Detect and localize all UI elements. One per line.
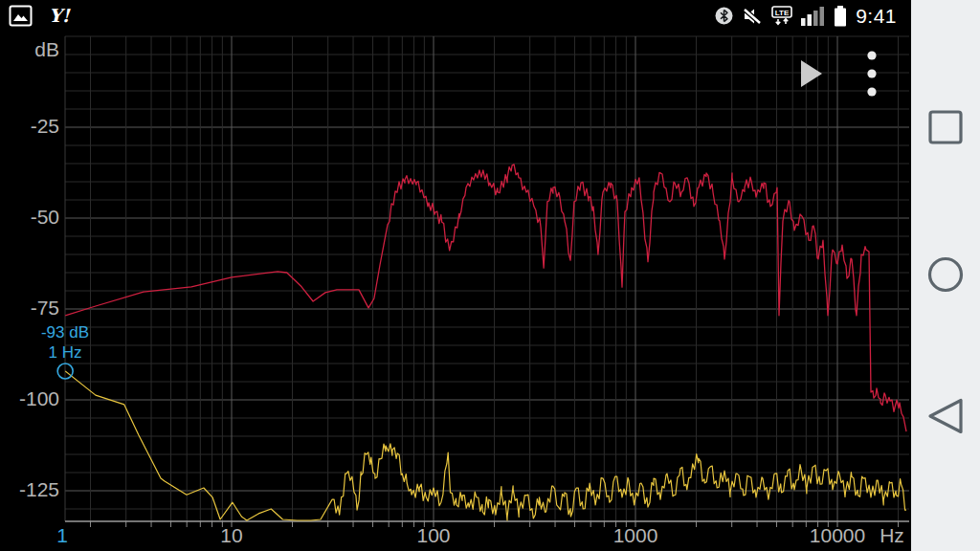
square-icon xyxy=(927,109,964,145)
screen: { "status_bar": { "time": "9:41", "yahoo… xyxy=(0,0,980,551)
y-tick-label: -50 xyxy=(0,206,59,229)
x-tick-label: 100 xyxy=(416,524,450,547)
screenshot-icon xyxy=(9,5,33,27)
y-tick-label: -100 xyxy=(0,387,59,410)
y-tick-label: -25 xyxy=(0,115,59,138)
vertical-ellipsis-icon xyxy=(866,50,878,98)
x-tick-label: 10 xyxy=(220,524,242,547)
status-notifications: Y! xyxy=(9,0,70,32)
x-tick-label: 1000 xyxy=(613,524,658,547)
nav-recents-button[interactable] xyxy=(923,104,969,150)
navigation-bar xyxy=(911,0,980,551)
clock: 9:41 xyxy=(856,5,897,28)
circle-icon xyxy=(926,255,965,294)
battery-icon xyxy=(834,6,847,27)
marker-db-label: -93 dB xyxy=(22,323,108,342)
spectrum-plot[interactable] xyxy=(0,0,980,551)
marker-freq-label: 1 Hz xyxy=(22,343,108,363)
bluetooth-icon xyxy=(715,7,733,25)
yahoo-notification-icon: Y! xyxy=(49,0,70,32)
status-system-icons: LTE 9:41 xyxy=(715,0,897,32)
y-tick-label: -75 xyxy=(0,297,59,320)
triangle-left-icon xyxy=(926,397,965,435)
overflow-menu-button[interactable] xyxy=(858,50,885,98)
signal-icon xyxy=(801,6,825,26)
y-axis-unit-label: dB xyxy=(0,38,59,61)
mute-icon xyxy=(742,7,763,26)
play-triangle-icon xyxy=(798,59,823,88)
lte-icon: LTE xyxy=(771,6,792,27)
play-button[interactable] xyxy=(792,56,829,91)
live-spectrum-trace xyxy=(65,371,906,520)
svg-text:LTE: LTE xyxy=(775,8,790,16)
x-tick-label: 10000 xyxy=(810,524,865,547)
y-tick-label: -125 xyxy=(0,478,59,501)
x-axis-unit-label: Hz xyxy=(880,524,904,547)
nav-home-button[interactable] xyxy=(923,252,969,298)
nav-back-button[interactable] xyxy=(923,393,969,439)
status-bar: Y! LTE 9:41 xyxy=(0,0,911,32)
peak-hold-trace xyxy=(65,165,906,431)
x-tick-label: 1 xyxy=(56,524,68,547)
